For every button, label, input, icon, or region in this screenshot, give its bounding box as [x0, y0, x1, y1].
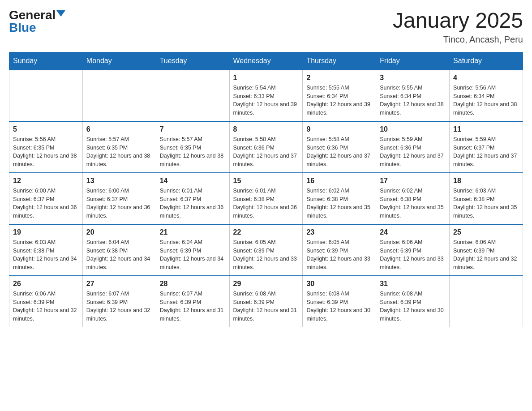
day-number: 20: [86, 228, 152, 236]
week-row-1: 1Sunrise: 5:54 AMSunset: 6:33 PMDaylight…: [9, 70, 523, 121]
day-info: Sunrise: 6:05 AMSunset: 6:39 PMDaylight:…: [306, 238, 372, 272]
day-cell: 24Sunrise: 6:06 AMSunset: 6:39 PMDayligh…: [376, 224, 450, 276]
column-header-thursday: Thursday: [303, 52, 376, 70]
day-cell: 7Sunrise: 5:57 AMSunset: 6:35 PMDaylight…: [156, 121, 229, 173]
day-info: Sunrise: 6:02 AMSunset: 6:38 PMDaylight:…: [380, 187, 446, 220]
week-row-5: 26Sunrise: 6:06 AMSunset: 6:39 PMDayligh…: [9, 276, 523, 327]
week-row-4: 19Sunrise: 6:03 AMSunset: 6:38 PMDayligh…: [9, 224, 523, 276]
day-number: 31: [380, 280, 446, 288]
day-info: Sunrise: 6:00 AMSunset: 6:37 PMDaylight:…: [86, 187, 152, 220]
title-area: January 2025 Tinco, Ancash, Peru: [393, 9, 523, 45]
day-info: Sunrise: 5:57 AMSunset: 6:35 PMDaylight:…: [160, 135, 226, 169]
day-info: Sunrise: 5:59 AMSunset: 6:37 PMDaylight:…: [453, 135, 519, 169]
day-info: Sunrise: 5:55 AMSunset: 6:34 PMDaylight:…: [306, 84, 372, 117]
day-cell: 18Sunrise: 6:03 AMSunset: 6:38 PMDayligh…: [450, 173, 523, 224]
day-cell: 11Sunrise: 5:59 AMSunset: 6:37 PMDayligh…: [450, 121, 523, 173]
logo-triangle-icon: [56, 10, 65, 17]
day-info: Sunrise: 6:03 AMSunset: 6:38 PMDaylight:…: [453, 187, 519, 220]
calendar-table: SundayMondayTuesdayWednesdayThursdayFrid…: [9, 52, 523, 327]
day-number: 22: [233, 228, 299, 236]
day-cell: 15Sunrise: 6:01 AMSunset: 6:38 PMDayligh…: [229, 173, 303, 224]
column-header-monday: Monday: [82, 52, 156, 70]
day-number: 1: [233, 74, 299, 82]
day-info: Sunrise: 6:03 AMSunset: 6:38 PMDaylight:…: [13, 238, 79, 272]
day-number: 12: [13, 177, 79, 185]
day-info: Sunrise: 5:54 AMSunset: 6:33 PMDaylight:…: [233, 84, 299, 117]
day-cell: 20Sunrise: 6:04 AMSunset: 6:38 PMDayligh…: [82, 224, 156, 276]
location-text: Tinco, Ancash, Peru: [393, 34, 523, 45]
day-cell: 27Sunrise: 6:07 AMSunset: 6:39 PMDayligh…: [82, 276, 156, 327]
day-cell: 17Sunrise: 6:02 AMSunset: 6:38 PMDayligh…: [376, 173, 450, 224]
column-header-wednesday: Wednesday: [229, 52, 303, 70]
day-info: Sunrise: 5:58 AMSunset: 6:36 PMDaylight:…: [233, 135, 299, 169]
day-number: 14: [160, 177, 226, 185]
day-number: 24: [380, 228, 446, 236]
logo-blue-text: Blue: [9, 21, 36, 34]
day-info: Sunrise: 6:08 AMSunset: 6:39 PMDaylight:…: [380, 290, 446, 323]
day-cell: 28Sunrise: 6:07 AMSunset: 6:39 PMDayligh…: [156, 276, 229, 327]
day-cell: 16Sunrise: 6:02 AMSunset: 6:38 PMDayligh…: [303, 173, 376, 224]
day-number: 25: [453, 228, 519, 236]
week-row-3: 12Sunrise: 6:00 AMSunset: 6:37 PMDayligh…: [9, 173, 523, 224]
day-info: Sunrise: 6:08 AMSunset: 6:39 PMDaylight:…: [306, 290, 372, 323]
day-cell: 30Sunrise: 6:08 AMSunset: 6:39 PMDayligh…: [303, 276, 376, 327]
month-title: January 2025: [393, 9, 523, 33]
day-info: Sunrise: 5:55 AMSunset: 6:34 PMDaylight:…: [380, 84, 446, 117]
day-number: 10: [380, 125, 446, 133]
day-cell: 26Sunrise: 6:06 AMSunset: 6:39 PMDayligh…: [9, 276, 83, 327]
day-info: Sunrise: 5:57 AMSunset: 6:35 PMDaylight:…: [86, 135, 152, 169]
day-number: 15: [233, 177, 299, 185]
logo-general-text: General: [9, 9, 56, 21]
day-number: 3: [380, 74, 446, 82]
day-number: 29: [233, 280, 299, 288]
day-info: Sunrise: 6:04 AMSunset: 6:39 PMDaylight:…: [160, 238, 226, 272]
day-number: 11: [453, 125, 519, 133]
day-number: 19: [13, 228, 79, 236]
day-number: 7: [160, 125, 226, 133]
column-header-sunday: Sunday: [9, 52, 83, 70]
day-cell: 29Sunrise: 6:08 AMSunset: 6:39 PMDayligh…: [229, 276, 303, 327]
day-number: 5: [13, 125, 79, 133]
column-header-friday: Friday: [376, 52, 450, 70]
day-cell: 31Sunrise: 6:08 AMSunset: 6:39 PMDayligh…: [376, 276, 450, 327]
column-header-saturday: Saturday: [450, 52, 523, 70]
day-number: 2: [306, 74, 372, 82]
day-info: Sunrise: 5:59 AMSunset: 6:36 PMDaylight:…: [380, 135, 446, 169]
day-number: 8: [233, 125, 299, 133]
day-number: 9: [306, 125, 372, 133]
day-info: Sunrise: 6:07 AMSunset: 6:39 PMDaylight:…: [160, 290, 226, 323]
day-cell: 8Sunrise: 5:58 AMSunset: 6:36 PMDaylight…: [229, 121, 303, 173]
day-cell: 2Sunrise: 5:55 AMSunset: 6:34 PMDaylight…: [303, 70, 376, 121]
day-cell: 22Sunrise: 6:05 AMSunset: 6:39 PMDayligh…: [229, 224, 303, 276]
logo: General Blue: [9, 9, 65, 34]
day-info: Sunrise: 5:56 AMSunset: 6:35 PMDaylight:…: [13, 135, 79, 169]
day-cell: [9, 70, 83, 121]
day-info: Sunrise: 6:02 AMSunset: 6:38 PMDaylight:…: [306, 187, 372, 220]
day-info: Sunrise: 6:08 AMSunset: 6:39 PMDaylight:…: [233, 290, 299, 323]
day-number: 18: [453, 177, 519, 185]
calendar-header-row: SundayMondayTuesdayWednesdayThursdayFrid…: [9, 52, 523, 70]
page-header: General Blue January 2025 Tinco, Ancash,…: [9, 9, 523, 45]
day-cell: 14Sunrise: 6:01 AMSunset: 6:37 PMDayligh…: [156, 173, 229, 224]
day-number: 27: [86, 280, 152, 288]
day-number: 23: [306, 228, 372, 236]
day-cell: 25Sunrise: 6:06 AMSunset: 6:39 PMDayligh…: [450, 224, 523, 276]
day-info: Sunrise: 6:00 AMSunset: 6:37 PMDaylight:…: [13, 187, 79, 220]
day-info: Sunrise: 6:05 AMSunset: 6:39 PMDaylight:…: [233, 238, 299, 272]
day-info: Sunrise: 6:01 AMSunset: 6:37 PMDaylight:…: [160, 187, 226, 220]
day-number: 28: [160, 280, 226, 288]
day-number: 17: [380, 177, 446, 185]
day-info: Sunrise: 6:06 AMSunset: 6:39 PMDaylight:…: [13, 290, 79, 323]
day-cell: 12Sunrise: 6:00 AMSunset: 6:37 PMDayligh…: [9, 173, 83, 224]
day-number: 4: [453, 74, 519, 82]
day-number: 16: [306, 177, 372, 185]
column-header-tuesday: Tuesday: [156, 52, 229, 70]
day-cell: 10Sunrise: 5:59 AMSunset: 6:36 PMDayligh…: [376, 121, 450, 173]
day-number: 30: [306, 280, 372, 288]
day-number: 26: [13, 280, 79, 288]
day-info: Sunrise: 6:04 AMSunset: 6:38 PMDaylight:…: [86, 238, 152, 272]
day-cell: 19Sunrise: 6:03 AMSunset: 6:38 PMDayligh…: [9, 224, 83, 276]
day-info: Sunrise: 5:58 AMSunset: 6:36 PMDaylight:…: [306, 135, 372, 169]
day-cell: [156, 70, 229, 121]
day-number: 6: [86, 125, 152, 133]
